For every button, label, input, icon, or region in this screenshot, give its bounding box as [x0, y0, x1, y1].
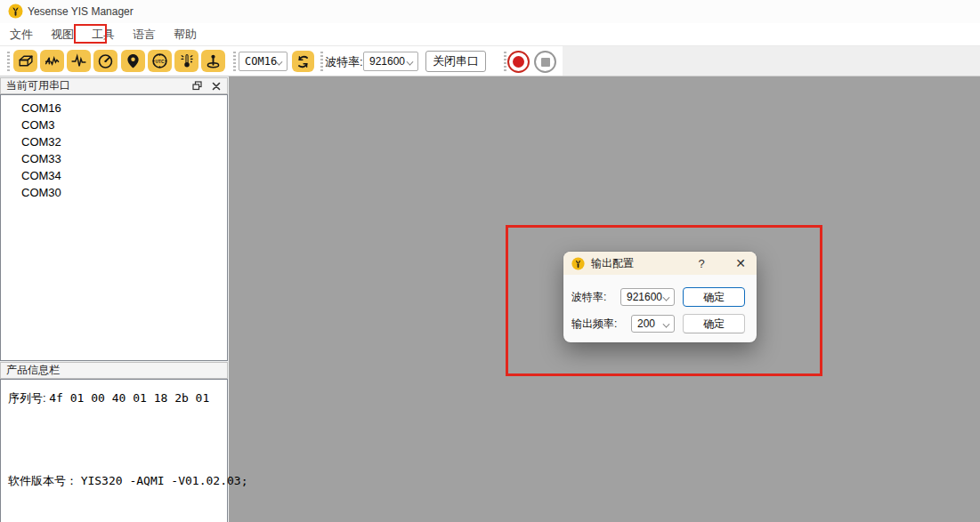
list-item[interactable]: COM34	[1, 167, 227, 184]
help-icon[interactable]: ?	[692, 254, 710, 272]
close-port-button[interactable]: 关闭串口	[425, 51, 486, 72]
list-item[interactable]: COM3	[1, 116, 227, 133]
menu-view[interactable]: 视图	[42, 23, 83, 46]
menu-language[interactable]: 语言	[124, 23, 165, 46]
dialog-baud-label: 波特率:	[571, 287, 606, 307]
output-config-dialog: 输出配置 ? ✕ 波特率: 921600 确定 输出频率: 200 确定	[563, 252, 757, 342]
record-icon[interactable]	[507, 51, 530, 73]
ports-panel-header: 当前可用串口	[0, 77, 228, 94]
toolbar-drag-handle[interactable]	[233, 52, 236, 71]
chevron-down-icon	[407, 59, 413, 65]
firmware-version-value: YIS320 -AQMI -V01.02.03;	[81, 474, 248, 487]
firmware-version-line: 软件版本号： YIS320 -AQMI -V01.02.03;	[8, 473, 247, 489]
baud-rate-select[interactable]: 921600	[363, 52, 418, 71]
chevron-down-icon	[276, 59, 282, 65]
baud-ok-button[interactable]: 确定	[683, 287, 745, 307]
list-item[interactable]: COM16	[1, 100, 227, 116]
gauge-icon[interactable]	[93, 50, 117, 72]
angle-waveform-icon[interactable]	[40, 50, 64, 72]
utc-clock-icon[interactable]: UTC	[148, 50, 172, 72]
window-titlebar: Yesense YIS Manager	[0, 0, 980, 23]
freq-ok-button[interactable]: 确定	[683, 314, 745, 333]
ports-list: COM16 COM3 COM32 COM33 COM34 COM30	[0, 94, 228, 361]
ports-panel-title: 当前可用串口	[6, 78, 190, 93]
svg-text:UTC: UTC	[156, 60, 165, 64]
box-3d-icon[interactable]	[13, 50, 37, 72]
close-icon[interactable]: ✕	[732, 254, 749, 272]
dialog-titlebar: 输出配置 ? ✕	[563, 252, 757, 275]
list-item[interactable]: COM32	[1, 133, 227, 150]
dialog-title: 输出配置	[591, 256, 692, 271]
serial-number-line: 序列号: 4f 01 00 40 01 18 2b 01	[8, 390, 209, 406]
toolbar-drag-handle[interactable]	[320, 52, 323, 71]
toolbar-drag-handle[interactable]	[504, 52, 506, 71]
product-info-panel: 序列号: 4f 01 00 40 01 18 2b 01 软件版本号： YIS3…	[0, 379, 228, 522]
toolbar-drag-handle[interactable]	[7, 52, 10, 71]
window-title: Yesense YIS Manager	[28, 5, 134, 18]
firmware-version-label: 软件版本号：	[8, 474, 77, 487]
info-panel-title: 产品信息栏	[6, 363, 227, 378]
left-dock: 当前可用串口 COM16 COM3 COM32 COM33 COM34 COM3…	[0, 76, 229, 522]
main-toolbar: UTC COM16 波特率: 921600 关闭串口	[0, 46, 980, 76]
port-select[interactable]: COM16	[239, 52, 288, 71]
dialog-freq-select[interactable]: 200	[631, 315, 675, 333]
inclinometer-icon[interactable]	[201, 50, 225, 72]
serial-number-value: 4f 01 00 40 01 18 2b 01	[49, 391, 209, 405]
waveform-icon[interactable]	[67, 50, 91, 72]
app-logo-icon	[8, 4, 23, 19]
thermometer-icon[interactable]	[174, 50, 198, 72]
menu-help[interactable]: 帮助	[165, 23, 206, 46]
refresh-icon[interactable]	[292, 51, 314, 72]
float-panel-icon[interactable]	[190, 79, 205, 92]
stop-icon[interactable]	[534, 51, 556, 73]
list-item[interactable]: COM33	[1, 150, 227, 167]
app-logo-icon	[571, 257, 585, 270]
location-pin-icon[interactable]	[121, 50, 145, 72]
dialog-freq-label: 输出频率:	[571, 314, 617, 333]
serial-number-label: 序列号:	[8, 391, 46, 405]
close-panel-icon[interactable]	[208, 79, 223, 92]
menu-tools[interactable]: 工具	[83, 23, 124, 46]
baud-rate-label: 波特率:	[325, 54, 363, 70]
chevron-down-icon	[663, 294, 669, 301]
info-panel-header: 产品信息栏	[0, 362, 228, 379]
list-item[interactable]: COM30	[1, 184, 227, 201]
chevron-down-icon	[663, 321, 669, 327]
menu-bar: 文件 视图 工具 语言 帮助	[0, 23, 980, 46]
dialog-baud-select[interactable]: 921600	[620, 288, 675, 306]
menu-file[interactable]: 文件	[1, 23, 42, 46]
